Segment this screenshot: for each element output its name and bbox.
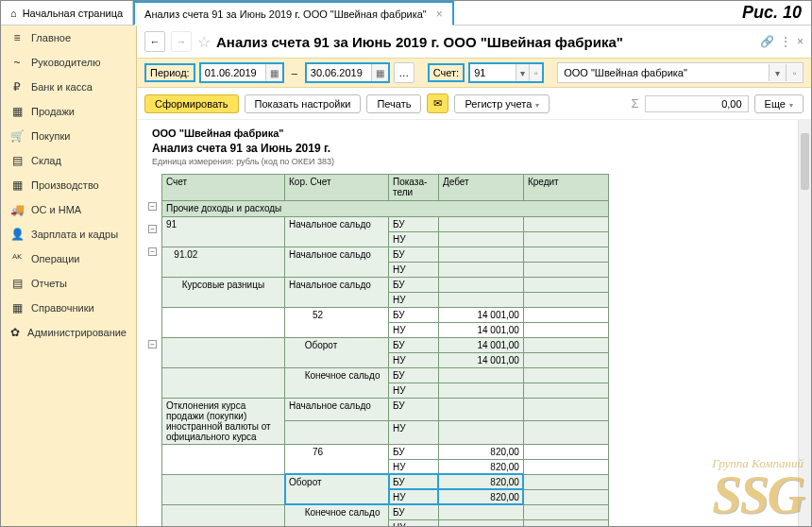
tab-active[interactable]: Анализ счета 91 за Июнь 2019 г. ООО "Шве… xyxy=(133,1,454,26)
sidebar-item-label: Руководителю xyxy=(31,57,100,68)
sidebar-icon: ▤ xyxy=(10,154,24,167)
sidebar-item-8[interactable]: 👤Зарплата и кадры xyxy=(1,222,136,246)
star-icon[interactable]: ☆ xyxy=(197,33,211,51)
sidebar-item-10[interactable]: ▤Отчеты xyxy=(1,271,136,296)
close-page-icon[interactable]: × xyxy=(797,35,804,48)
col-account: Счет xyxy=(162,175,285,201)
scrollbar-thumb[interactable] xyxy=(801,133,809,190)
table-row[interactable]: ОборотБУ820,00 xyxy=(162,474,609,489)
expander[interactable]: − xyxy=(148,225,157,233)
more-button[interactable]: Еще▾ xyxy=(754,94,804,113)
account-input[interactable]: ▾ ▫ xyxy=(468,62,544,83)
form-button[interactable]: Сформировать xyxy=(144,94,239,113)
table-row[interactable]: 91.02Начальное сальдоБУ xyxy=(162,246,609,262)
register-button[interactable]: Регистр учета▾ xyxy=(454,94,550,113)
table-row[interactable]: 76БУ820,00 xyxy=(162,444,609,459)
col-indicator: Показа- тели xyxy=(389,175,439,201)
sidebar-icon: ~ xyxy=(10,56,24,69)
account-drop-icon[interactable]: ▾ xyxy=(516,64,529,81)
table-row[interactable]: Отклонения курса продажи (покупки) иност… xyxy=(162,398,609,421)
sidebar-item-label: Склад xyxy=(31,155,61,166)
figure-label: Рис. 10 xyxy=(742,3,802,23)
tree-column: − − − − xyxy=(144,174,161,526)
sidebar-item-0[interactable]: ≡Главное xyxy=(1,26,136,50)
account-label: Счет: xyxy=(428,63,465,82)
more-icon[interactable]: ⋮ xyxy=(780,35,791,48)
sigma-icon: Σ xyxy=(632,96,639,110)
tab-home[interactable]: ⌂ Начальная страница xyxy=(1,1,133,25)
calendar-icon[interactable]: ▦ xyxy=(265,64,282,81)
sidebar-item-label: ОС и НМА xyxy=(31,204,81,215)
action-row: Сформировать Показать настройки Печать ✉… xyxy=(137,88,811,120)
home-icon: ⌂ xyxy=(10,8,17,19)
sidebar-item-label: Продажи xyxy=(31,106,75,117)
tab-home-label: Начальная страница xyxy=(23,8,123,19)
sidebar-item-6[interactable]: ▦Производство xyxy=(1,173,136,197)
col-debit: Дебет xyxy=(438,175,523,201)
sidebar-item-3[interactable]: ▦Продажи xyxy=(1,99,136,124)
report-unit: Единица измерения: рубль (код по ОКЕИ 38… xyxy=(152,157,800,166)
settings-button[interactable]: Показать настройки xyxy=(245,94,362,113)
table-row[interactable]: Конечное сальдоБУ xyxy=(162,504,609,519)
date-from-field[interactable] xyxy=(201,65,265,80)
table-row[interactable]: ОборотБУ14 001,00 xyxy=(162,337,609,352)
report-org: ООО "Швейная фабрика" xyxy=(152,128,800,139)
calendar-icon[interactable]: ▦ xyxy=(371,64,388,81)
sidebar-item-4[interactable]: 🛒Покупки xyxy=(1,124,136,148)
forward-button[interactable]: → xyxy=(171,31,192,52)
sidebar: ≡Главное~Руководителю₽Банк и касса▦Прода… xyxy=(1,26,137,526)
subhead: Прочие доходы и расходы xyxy=(162,200,609,216)
table-row[interactable]: 52БУ14 001,00 xyxy=(162,307,609,322)
table-row[interactable]: Конечное сальдоБУ xyxy=(162,367,609,382)
sidebar-item-2[interactable]: ₽Банк и касса xyxy=(1,75,136,99)
org-input[interactable]: ▾ ▫ xyxy=(557,62,804,83)
date-to-input[interactable]: ▦ xyxy=(305,62,390,83)
mail-button[interactable]: ✉ xyxy=(427,94,448,113)
link-icon[interactable]: 🔗 xyxy=(760,35,774,48)
period-picker-button[interactable]: … xyxy=(394,62,414,83)
sidebar-item-11[interactable]: ▦Справочники xyxy=(1,296,136,320)
report-area: ООО "Швейная фабрика" Анализ счета 91 за… xyxy=(137,120,811,526)
sidebar-item-7[interactable]: 🚚ОС и НМА xyxy=(1,197,136,222)
sidebar-icon: 🛒 xyxy=(10,129,24,143)
sidebar-icon: ✿ xyxy=(10,326,20,339)
org-drop-icon[interactable]: ▾ xyxy=(769,64,786,81)
account-field[interactable] xyxy=(470,65,516,80)
sidebar-icon: ᴬᴷ xyxy=(10,252,24,265)
col-credit: Кредит xyxy=(523,175,608,201)
sidebar-icon: ▦ xyxy=(10,105,24,118)
sidebar-item-label: Производство xyxy=(31,179,99,191)
sidebar-icon: 🚚 xyxy=(10,203,24,216)
tab-active-label: Анализ счета 91 за Июнь 2019 г. ООО "Шве… xyxy=(144,8,427,20)
account-open-icon[interactable]: ▫ xyxy=(529,64,542,81)
expander[interactable]: − xyxy=(148,247,157,256)
sidebar-item-label: Справочники xyxy=(31,302,94,314)
sidebar-item-1[interactable]: ~Руководителю xyxy=(1,50,136,75)
date-from-input[interactable]: ▦ xyxy=(199,62,284,83)
scrollbar[interactable] xyxy=(798,120,811,526)
sidebar-item-12[interactable]: ✿Администрирование xyxy=(1,320,136,345)
expander[interactable]: − xyxy=(148,340,157,348)
dash: – xyxy=(288,67,301,78)
table-row[interactable]: Курсовые разницыНачальное сальдоБУ xyxy=(162,277,609,292)
expander[interactable]: − xyxy=(148,202,157,211)
report-title: Анализ счета 91 за Июнь 2019 г. xyxy=(152,142,800,155)
sidebar-item-label: Операции xyxy=(31,253,79,264)
close-icon[interactable]: × xyxy=(436,8,443,21)
date-to-field[interactable] xyxy=(307,65,371,80)
org-field[interactable] xyxy=(558,65,769,80)
tab-bar: ⌂ Начальная страница Анализ счета 91 за … xyxy=(1,1,811,26)
org-open-icon[interactable]: ▫ xyxy=(786,64,803,81)
sidebar-icon: ₽ xyxy=(10,80,24,94)
sidebar-item-label: Отчеты xyxy=(31,278,67,289)
report-table: Счет Кор. Счет Показа- тели Дебет Кредит… xyxy=(161,174,609,526)
sidebar-icon: ▦ xyxy=(10,301,24,314)
page-title: Анализ счета 91 за Июнь 2019 г. ООО "Шве… xyxy=(216,34,754,50)
table-row[interactable]: 91Начальное сальдоБУ xyxy=(162,216,609,231)
sidebar-item-9[interactable]: ᴬᴷОперации xyxy=(1,246,136,271)
back-button[interactable]: ← xyxy=(144,31,165,52)
sum-input[interactable] xyxy=(645,95,749,112)
print-button[interactable]: Печать xyxy=(366,94,421,113)
sidebar-icon: ≡ xyxy=(10,31,24,44)
sidebar-item-5[interactable]: ▤Склад xyxy=(1,148,136,173)
